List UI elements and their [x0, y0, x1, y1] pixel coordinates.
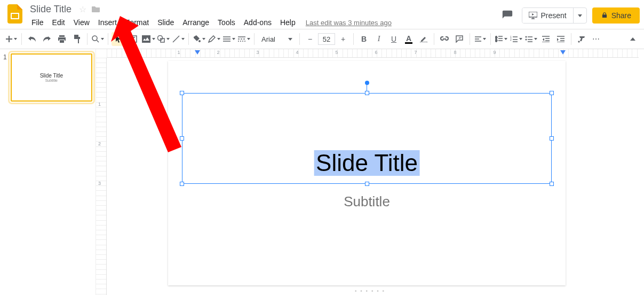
present-dropdown[interactable]	[573, 8, 586, 23]
slide-number: 1	[3, 53, 9, 102]
paint-format-button[interactable]	[70, 32, 84, 46]
font-size-input[interactable]: 52	[318, 33, 335, 45]
collapse-toolbar-button[interactable]	[626, 32, 640, 46]
underline-button[interactable]: U	[387, 32, 401, 46]
slide-thumbnail[interactable]: Slide Title Subtitle	[11, 53, 92, 102]
slides-logo[interactable]	[4, 3, 26, 25]
svg-point-6	[157, 36, 162, 41]
font-family-select[interactable]: Arial	[258, 33, 296, 45]
title-text-selected[interactable]: Slide Title	[314, 150, 420, 176]
menubar: File Edit View Insert Format Slide Arran…	[28, 16, 498, 29]
svg-point-12	[525, 36, 527, 38]
subtitle-placeholder[interactable]: Subtitle	[168, 193, 566, 210]
resize-handle-ml[interactable]	[180, 136, 184, 141]
comments-icon[interactable]	[498, 6, 516, 25]
resize-handle-mr[interactable]	[550, 136, 554, 141]
textbox-button[interactable]	[126, 32, 140, 46]
star-icon[interactable]: ☆	[79, 4, 86, 14]
resize-handle-br[interactable]	[550, 182, 554, 186]
indent-marker-right[interactable]	[560, 50, 566, 55]
font-size-increase[interactable]: +	[336, 32, 350, 46]
svg-point-3	[92, 36, 97, 41]
svg-point-13	[525, 39, 527, 41]
italic-button[interactable]: I	[372, 32, 386, 46]
resize-handle-tm[interactable]	[365, 91, 369, 95]
line-spacing-button[interactable]	[494, 32, 508, 46]
slide-thumbnail-row[interactable]: 1 Slide Title Subtitle	[3, 53, 92, 102]
fill-color-button[interactable]	[192, 32, 206, 46]
slide-canvas[interactable]: Slide Title Subtitle	[168, 61, 566, 285]
bulleted-list-button[interactable]	[524, 32, 538, 46]
svg-rect-5	[142, 35, 150, 43]
svg-rect-1	[12, 14, 18, 18]
vertical-ruler[interactable]: 123	[96, 58, 107, 295]
toolbar: Arial − 52 + B I U A 12 ⋯	[0, 29, 644, 49]
menu-help[interactable]: Help	[276, 16, 299, 29]
new-slide-button[interactable]	[4, 32, 18, 46]
svg-text:2: 2	[510, 38, 512, 41]
indent-marker-left[interactable]	[195, 50, 200, 55]
zoom-button[interactable]	[91, 32, 105, 46]
print-button[interactable]	[55, 32, 69, 46]
font-size-decrease[interactable]: −	[303, 32, 317, 46]
canvas-area[interactable]: 123456789 123 Slide Title	[96, 49, 644, 295]
rotate-connector	[367, 84, 367, 91]
resize-handle-bm[interactable]	[365, 182, 369, 186]
thumb-title: Slide Title	[40, 73, 63, 79]
menu-insert[interactable]: Insert	[94, 16, 121, 29]
svg-rect-9	[420, 42, 427, 43]
resize-handle-tl[interactable]	[180, 91, 184, 95]
menu-file[interactable]: File	[28, 16, 47, 29]
text-color-letter: A	[405, 35, 412, 44]
image-button[interactable]	[141, 32, 155, 46]
filmstrip: 1 Slide Title Subtitle	[0, 49, 96, 295]
clear-formatting-button[interactable]	[575, 32, 589, 46]
border-weight-button[interactable]	[222, 32, 236, 46]
increase-indent-button[interactable]	[554, 32, 568, 46]
insert-comment-button[interactable]	[452, 32, 466, 46]
present-button-group: Present	[522, 7, 586, 24]
highlight-color-button[interactable]	[417, 32, 431, 46]
resize-handle-tr[interactable]	[550, 91, 554, 95]
menu-format[interactable]: Format	[122, 16, 153, 29]
undo-button[interactable]	[25, 32, 39, 46]
rotate-handle[interactable]	[365, 81, 369, 85]
share-label: Share	[611, 11, 631, 20]
font-family-label: Arial	[261, 35, 275, 43]
menu-arrange[interactable]: Arrange	[179, 16, 213, 29]
select-tool-button[interactable]	[112, 32, 125, 46]
menu-addons[interactable]: Add-ons	[240, 16, 275, 29]
svg-point-8	[198, 40, 201, 42]
text-color-button[interactable]: A	[402, 32, 416, 46]
document-title[interactable]: Slide Title	[28, 4, 74, 15]
share-button[interactable]: Share	[592, 7, 640, 24]
title-textbox[interactable]: Slide Title	[182, 93, 552, 184]
insert-link-button[interactable]	[438, 32, 451, 46]
present-label: Present	[540, 11, 566, 20]
border-color-button[interactable]	[207, 32, 221, 46]
resize-handle-bl[interactable]	[180, 182, 184, 186]
redo-button[interactable]	[40, 32, 54, 46]
menu-view[interactable]: View	[70, 16, 93, 29]
menu-slide[interactable]: Slide	[154, 16, 178, 29]
bold-button[interactable]: B	[357, 32, 371, 46]
menu-tools[interactable]: Tools	[214, 16, 239, 29]
menu-edit[interactable]: Edit	[49, 16, 69, 29]
more-options-button[interactable]: ⋯	[590, 32, 603, 46]
last-edit-link[interactable]: Last edit was 3 minutes ago	[306, 19, 392, 27]
thumb-subtitle: Subtitle	[45, 79, 58, 82]
shape-button[interactable]	[156, 32, 170, 46]
speaker-notes-grip[interactable]: • • • • • •	[355, 288, 385, 294]
present-button[interactable]: Present	[522, 8, 573, 23]
border-dash-button[interactable]	[237, 32, 251, 46]
line-button[interactable]	[171, 32, 185, 46]
decrease-indent-button[interactable]	[539, 32, 553, 46]
align-button[interactable]	[473, 32, 487, 46]
move-folder-icon[interactable]	[92, 5, 100, 13]
horizontal-ruler[interactable]: 123456789	[107, 49, 639, 58]
numbered-list-button[interactable]: 12	[509, 32, 523, 46]
